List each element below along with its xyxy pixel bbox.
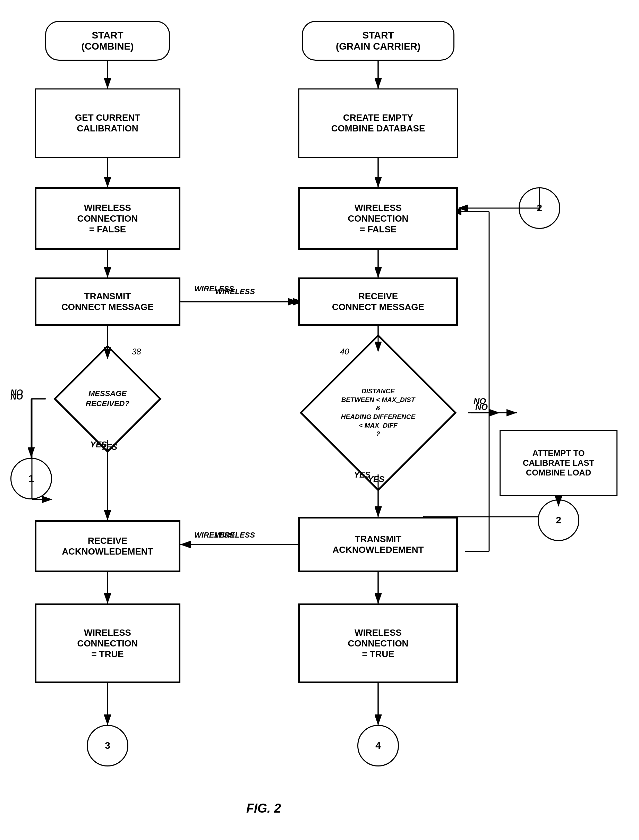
wireless-label-bottom: WIRELESS xyxy=(194,530,234,540)
wireless-label-top: WIRELESS xyxy=(194,284,234,294)
node46-wireless-true: WIRELESS CONNECTION = TRUE xyxy=(35,603,180,683)
node43-label: ATTEMPT TO CALIBRATE LAST COMBINE LOAD xyxy=(523,448,594,478)
connector-2-ref: 2 xyxy=(519,187,560,229)
node39-receive-connect: RECEIVE CONNECT MESSAGE xyxy=(298,278,458,326)
start-combine-terminal: START (COMBINE) xyxy=(45,21,170,61)
start-combine-label: START (COMBINE) xyxy=(81,30,134,52)
node44-receive-ack: RECEIVE ACKNOWLEDEMENT xyxy=(35,520,180,572)
node40-distance-diamond: DISTANCE BETWEEN < MAX_DIST & HEADING DI… xyxy=(285,350,472,475)
connector-3: 3 xyxy=(87,725,128,767)
node34-create-database: CREATE EMPTY COMBINE DATABASE xyxy=(298,89,458,158)
node42-transmit-ack: TRANSMIT ACKNOWLEDEMENT xyxy=(298,517,458,572)
node37-label: TRANSMIT CONNECT MESSAGE xyxy=(61,291,154,313)
node34-label: CREATE EMPTY COMBINE DATABASE xyxy=(331,113,425,134)
connector-4: 4 xyxy=(357,725,399,767)
node42-label: TRANSMIT ACKNOWLEDEMENT xyxy=(333,534,424,555)
node32-wireless-false: WIRELESS CONNECTION = FALSE xyxy=(35,187,180,250)
ref-38: 38 xyxy=(132,347,141,357)
node36-label: WIRELESS CONNECTION = FALSE xyxy=(348,203,409,235)
node38-message-received-diamond: MESSAGE RECEIVED? xyxy=(31,357,184,440)
node44-label: RECEIVE ACKNOWLEDEMENT xyxy=(62,535,153,557)
yes-label-right: YES xyxy=(354,470,370,480)
node32-label: WIRELESS CONNECTION = FALSE xyxy=(77,203,138,235)
node39-label: RECEIVE CONNECT MESSAGE xyxy=(332,291,424,313)
node48-label: WIRELESS CONNECTION = TRUE xyxy=(348,627,409,660)
connector-1: 1 xyxy=(10,458,52,499)
no-label-left: NO xyxy=(10,392,23,402)
node48-wireless-true: WIRELESS CONNECTION = TRUE xyxy=(298,603,458,683)
diagram-container: START (COMBINE) 30 GET CURRENT CALIBRATI… xyxy=(0,0,639,840)
node36-wireless-false: WIRELESS CONNECTION = FALSE xyxy=(298,187,458,250)
start-grain-label: START (GRAIN CARRIER) xyxy=(336,30,420,52)
node43-attempt-calibrate: ATTEMPT TO CALIBRATE LAST COMBINE LOAD xyxy=(499,430,617,496)
yes-label-left: YES xyxy=(100,442,117,452)
start-grain-carrier-terminal: START (GRAIN CARRIER) xyxy=(302,21,455,61)
node30-label: GET CURRENT CALIBRATION xyxy=(75,113,140,134)
figure-caption: FIG. 2 xyxy=(246,801,281,816)
connector-2-bottom: 2 xyxy=(538,499,579,541)
node30-get-calibration: GET CURRENT CALIBRATION xyxy=(35,89,180,158)
no-label-right: NO xyxy=(475,402,488,412)
node37-transmit-connect: TRANSMIT CONNECT MESSAGE xyxy=(35,278,180,326)
node46-label: WIRELESS CONNECTION = TRUE xyxy=(77,627,138,660)
